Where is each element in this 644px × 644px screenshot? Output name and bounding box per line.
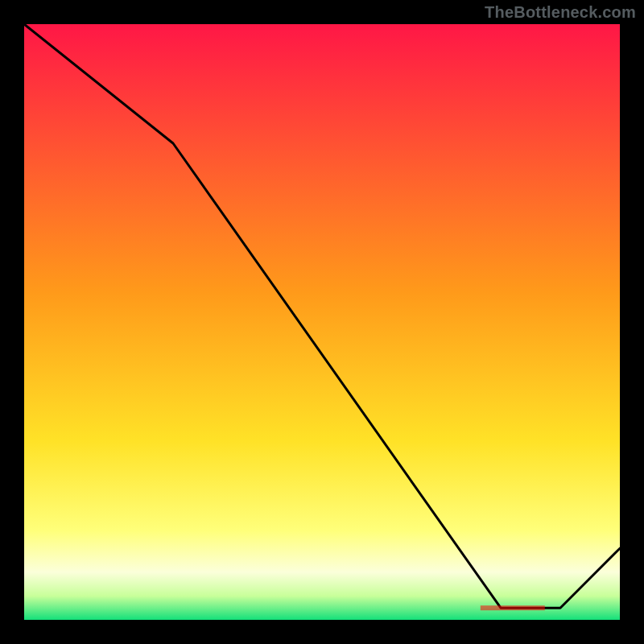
watermark-text: TheBottleneck.com — [485, 3, 636, 22]
annotation-marker — [481, 605, 545, 610]
gradient-background — [24, 24, 620, 620]
annotations — [481, 605, 545, 610]
chart-svg — [24, 24, 620, 620]
chart-frame: TheBottleneck.com — [0, 0, 644, 644]
plot-area — [24, 24, 620, 620]
